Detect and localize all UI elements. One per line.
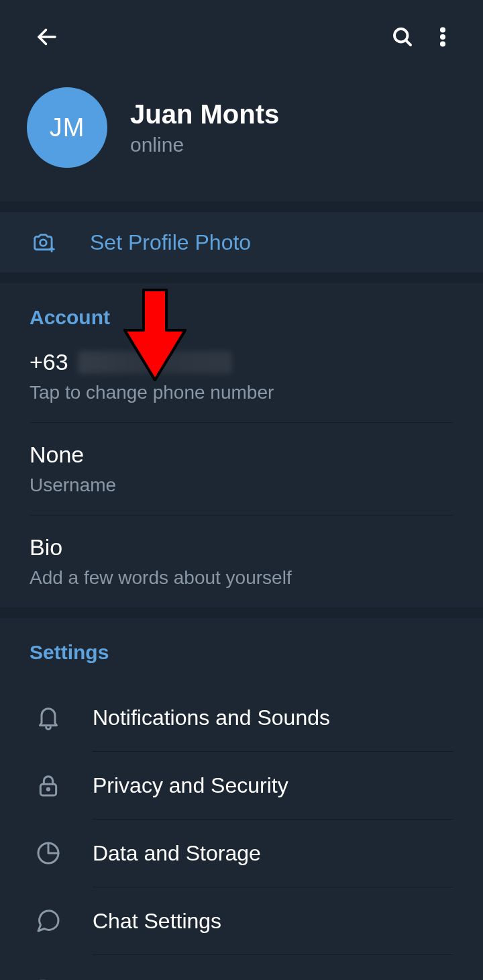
account-title: Account xyxy=(30,306,453,329)
svg-point-10 xyxy=(47,788,49,790)
folder-icon xyxy=(30,970,67,980)
chat-icon xyxy=(30,902,67,940)
settings-title: Settings xyxy=(30,641,453,664)
settings-item-chat[interactable]: Chat Settings xyxy=(30,887,453,954)
set-profile-photo-label: Set Profile Photo xyxy=(90,230,251,255)
lock-icon xyxy=(30,767,67,804)
set-profile-photo-row[interactable]: Set Profile Photo xyxy=(0,212,483,273)
search-button[interactable] xyxy=(382,17,423,57)
camera-icon xyxy=(27,230,62,255)
svg-point-5 xyxy=(441,42,445,46)
settings-item-label: Folders xyxy=(93,977,453,981)
back-button[interactable] xyxy=(27,17,67,57)
phone-redacted xyxy=(78,351,232,374)
bio-value: Bio xyxy=(30,534,453,560)
username-value: None xyxy=(30,442,453,468)
settings-item-privacy[interactable]: Privacy and Security xyxy=(30,752,453,819)
settings-item-label: Data and Storage xyxy=(93,841,453,866)
more-button[interactable] xyxy=(423,17,463,57)
search-icon xyxy=(390,25,415,49)
settings-section: Settings Notifications and Sounds Privac… xyxy=(0,618,483,980)
arrow-left-icon xyxy=(35,25,59,49)
pie-chart-icon xyxy=(30,834,67,872)
divider xyxy=(0,607,483,618)
divider xyxy=(0,201,483,212)
svg-point-4 xyxy=(441,35,445,40)
username-label: Username xyxy=(30,475,453,496)
bio-hint: Add a few words about yourself xyxy=(30,567,453,589)
profile-status: online xyxy=(130,134,279,156)
svg-line-2 xyxy=(406,40,411,45)
phone-item[interactable]: +63 Tap to change phone number xyxy=(30,349,453,423)
settings-item-data[interactable]: Data and Storage xyxy=(30,820,453,887)
bio-item[interactable]: Bio Add a few words about yourself xyxy=(30,534,453,607)
settings-item-label: Privacy and Security xyxy=(93,773,453,798)
phone-hint: Tap to change phone number xyxy=(30,382,453,403)
divider xyxy=(0,273,483,283)
account-section: Account +63 Tap to change phone number N… xyxy=(0,283,483,607)
profile-header: JM Juan Monts online xyxy=(0,74,483,201)
settings-item-label: Chat Settings xyxy=(93,909,453,934)
more-vertical-icon xyxy=(431,25,455,49)
svg-point-3 xyxy=(441,28,445,32)
phone-prefix: +63 xyxy=(30,349,68,375)
username-item[interactable]: None Username xyxy=(30,442,453,516)
profile-name: Juan Monts xyxy=(130,99,279,130)
bell-icon xyxy=(30,699,67,736)
svg-point-6 xyxy=(40,240,46,246)
settings-item-label: Notifications and Sounds xyxy=(93,705,453,730)
settings-item-folders[interactable]: Folders xyxy=(30,955,453,980)
avatar[interactable]: JM xyxy=(27,87,107,168)
toolbar xyxy=(0,0,483,74)
settings-item-notifications[interactable]: Notifications and Sounds xyxy=(30,684,453,751)
